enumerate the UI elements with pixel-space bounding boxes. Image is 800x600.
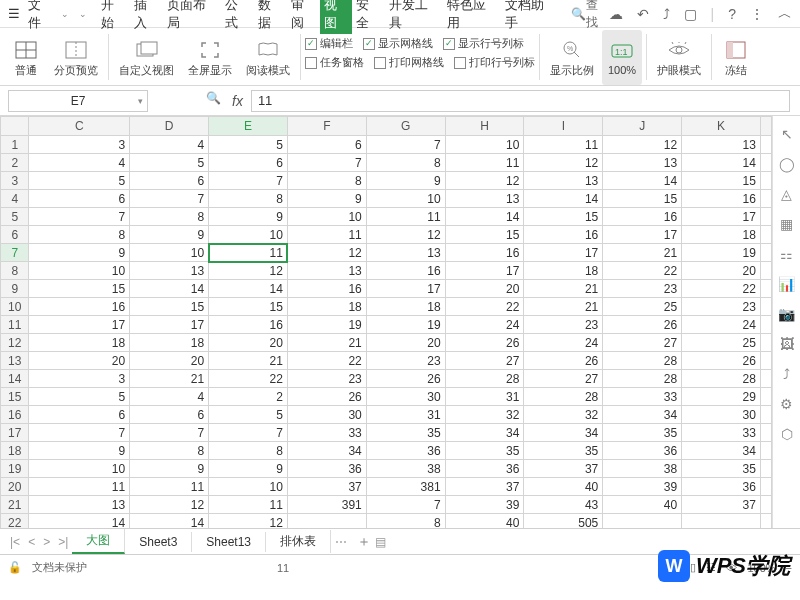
cell-G21[interactable]: 7 [366,496,445,514]
triangle-icon[interactable]: ◬ [781,186,792,202]
cell-K12[interactable]: 25 [682,334,761,352]
cell-J2[interactable]: 13 [603,154,682,172]
cell-E4[interactable]: 8 [209,190,288,208]
cell-K22[interactable] [682,514,761,529]
cell-H8[interactable]: 17 [445,262,524,280]
cell-H4[interactable]: 13 [445,190,524,208]
cell-F14[interactable]: 23 [287,370,366,388]
cell-E3[interactable]: 7 [209,172,288,190]
cell-K8[interactable]: 20 [682,262,761,280]
col-header-J[interactable]: J [603,117,682,136]
cell-G6[interactable]: 12 [366,226,445,244]
cell-G7[interactable]: 13 [366,244,445,262]
cell-J8[interactable]: 22 [603,262,682,280]
cell-E1[interactable]: 5 [209,136,288,154]
cell-H21[interactable]: 39 [445,496,524,514]
cell-I11[interactable]: 23 [524,316,603,334]
cell-K17[interactable]: 33 [682,424,761,442]
tab-insert[interactable]: 插入 [130,0,163,34]
cell-H5[interactable]: 14 [445,208,524,226]
cell-G14[interactable]: 26 [366,370,445,388]
cell-K20[interactable]: 36 [682,478,761,496]
col-header-I[interactable]: I [524,117,603,136]
cell-F10[interactable]: 18 [287,298,366,316]
cell-F9[interactable]: 16 [287,280,366,298]
reading-mode-button[interactable]: 阅读模式 [240,30,296,85]
cell-G13[interactable]: 23 [366,352,445,370]
sheet-nav-last[interactable]: >| [54,535,72,549]
cell-H16[interactable]: 32 [445,406,524,424]
row-header-2[interactable]: 2 [1,154,29,172]
cell-H14[interactable]: 28 [445,370,524,388]
chk-print-grid[interactable]: 打印网格线 [374,55,444,70]
cell-J13[interactable]: 28 [603,352,682,370]
fx-icon[interactable]: fx [232,93,243,109]
cell-K7[interactable]: 19 [682,244,761,262]
sheet-tab-2[interactable]: Sheet3 [125,532,192,552]
cell-K10[interactable]: 23 [682,298,761,316]
cell-I8[interactable]: 18 [524,262,603,280]
cell-C10[interactable]: 16 [29,298,130,316]
cell-G19[interactable]: 38 [366,460,445,478]
qat-dropdown-icon[interactable]: ⌄ [79,9,87,19]
cell-E5[interactable]: 9 [209,208,288,226]
box-icon[interactable]: ▢ [684,6,697,22]
cell-D19[interactable]: 9 [130,460,209,478]
cell-D2[interactable]: 5 [130,154,209,172]
cell-J17[interactable]: 35 [603,424,682,442]
cell-C4[interactable]: 6 [29,190,130,208]
cell-C21[interactable]: 13 [29,496,130,514]
row-header-9[interactable]: 9 [1,280,29,298]
cell-K19[interactable]: 35 [682,460,761,478]
row-header-4[interactable]: 4 [1,190,29,208]
cell-J7[interactable]: 21 [603,244,682,262]
sheet-nav-prev[interactable]: < [24,535,39,549]
cell-H17[interactable]: 34 [445,424,524,442]
row-header-8[interactable]: 8 [1,262,29,280]
oval-icon[interactable]: ◯ [779,156,795,172]
select-all-corner[interactable] [1,117,29,136]
cell-E15[interactable]: 2 [209,388,288,406]
row-header-15[interactable]: 15 [1,388,29,406]
cell-D6[interactable]: 9 [130,226,209,244]
sheet-tab-4[interactable]: 排休表 [266,530,331,553]
cell-J5[interactable]: 16 [603,208,682,226]
freeze-button[interactable]: 冻结 [716,30,750,85]
cell-C9[interactable]: 15 [29,280,130,298]
row-header-21[interactable]: 21 [1,496,29,514]
row-header-3[interactable]: 3 [1,172,29,190]
row-header-1[interactable]: 1 [1,136,29,154]
chk-show-rowcol[interactable]: ✓显示行号列标 [443,36,524,51]
cell-J4[interactable]: 15 [603,190,682,208]
cell-D16[interactable]: 6 [130,406,209,424]
row-header-6[interactable]: 6 [1,226,29,244]
cell-G18[interactable]: 36 [366,442,445,460]
cell-H1[interactable]: 10 [445,136,524,154]
tab-dochelper[interactable]: 文档助手 [501,0,559,34]
cell-J1[interactable]: 12 [603,136,682,154]
cell-G12[interactable]: 20 [366,334,445,352]
col-header-F[interactable]: F [287,117,366,136]
tab-data[interactable]: 数据 [254,0,287,34]
cell-E6[interactable]: 10 [209,226,288,244]
cell-H13[interactable]: 27 [445,352,524,370]
sheet-nav-next[interactable]: > [39,535,54,549]
cell-H20[interactable]: 37 [445,478,524,496]
cell-I4[interactable]: 14 [524,190,603,208]
row-header-16[interactable]: 16 [1,406,29,424]
grid-panel-icon[interactable]: ▦ [780,216,793,232]
cell-E22[interactable]: 12 [209,514,288,529]
cloud-icon[interactable]: ☁ [609,6,623,22]
cell-C16[interactable]: 6 [29,406,130,424]
cell-E10[interactable]: 15 [209,298,288,316]
cell-K16[interactable]: 30 [682,406,761,424]
cell-E9[interactable]: 14 [209,280,288,298]
image-icon[interactable]: 🖼 [780,336,794,352]
cell-J16[interactable]: 34 [603,406,682,424]
cell-C2[interactable]: 4 [29,154,130,172]
cell-D20[interactable]: 11 [130,478,209,496]
cell-C12[interactable]: 18 [29,334,130,352]
cell-K5[interactable]: 17 [682,208,761,226]
tab-formula[interactable]: 公式 [221,0,254,34]
cell-J6[interactable]: 17 [603,226,682,244]
